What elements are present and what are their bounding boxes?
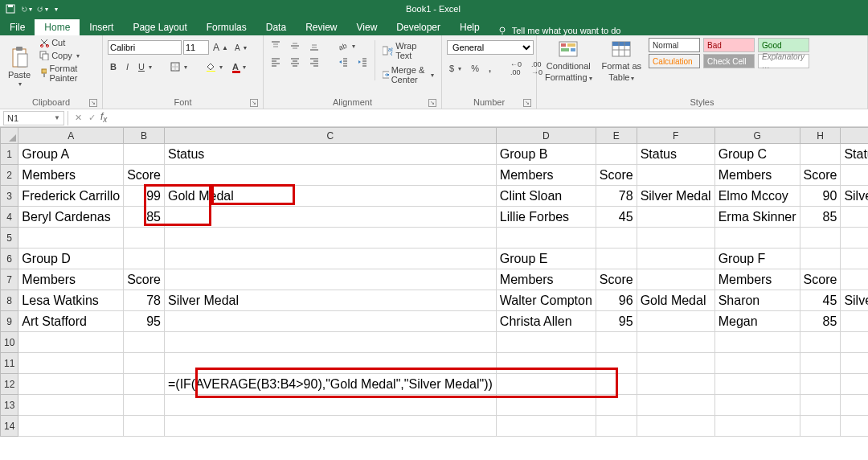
cell-A5[interactable] xyxy=(18,228,124,248)
tab-insert[interactable]: Insert xyxy=(80,19,123,35)
cell-G7[interactable]: Members xyxy=(714,269,800,290)
undo-icon[interactable]: ▾ xyxy=(21,3,32,14)
cell-F6[interactable] xyxy=(637,248,714,269)
cell-D3[interactable]: Clint Sloan xyxy=(496,186,596,207)
cell-C9[interactable] xyxy=(164,311,496,332)
name-box[interactable]: N1▼ xyxy=(3,111,64,125)
cell-D10[interactable] xyxy=(496,332,596,353)
cell-I1[interactable]: Status xyxy=(841,144,868,165)
row-header-8[interactable]: 8 xyxy=(1,290,18,311)
cell-H1[interactable] xyxy=(800,144,841,165)
cell-F12[interactable] xyxy=(637,374,714,395)
tab-developer[interactable]: Developer xyxy=(387,19,450,35)
row-header-9[interactable]: 9 xyxy=(1,311,18,332)
row-header-11[interactable]: 11 xyxy=(1,353,18,374)
cell-B1[interactable] xyxy=(124,144,165,165)
column-header-E[interactable]: E xyxy=(596,128,637,144)
cell-I14[interactable] xyxy=(841,416,868,437)
cell-A3[interactable]: Frederick Carrillo xyxy=(18,186,124,207)
cell-I6[interactable] xyxy=(841,248,868,269)
cell-B10[interactable] xyxy=(124,332,165,353)
cell-F5[interactable] xyxy=(637,228,714,248)
cell-H13[interactable] xyxy=(800,395,841,416)
cell-G10[interactable] xyxy=(714,332,800,353)
cell-I7[interactable] xyxy=(841,269,868,290)
column-header-H[interactable]: H xyxy=(800,128,841,144)
style-check-cell[interactable]: Check Cell xyxy=(703,54,755,68)
cell-G3[interactable]: Elmo Mccoy xyxy=(714,186,800,207)
row-header-12[interactable]: 12 xyxy=(1,374,18,395)
cell-G12[interactable] xyxy=(714,374,800,395)
column-header-B[interactable]: B xyxy=(124,128,165,144)
chevron-down-icon[interactable]: ▼ xyxy=(54,114,60,121)
format-painter-button[interactable]: Format Painter xyxy=(37,63,97,84)
cell-G8[interactable]: Sharon xyxy=(714,290,800,311)
cell-A12[interactable] xyxy=(18,374,124,395)
cell-E7[interactable]: Score xyxy=(596,269,637,290)
style-good[interactable]: Good xyxy=(758,38,809,52)
cell-H5[interactable] xyxy=(800,228,841,248)
cell-H8[interactable]: 45 xyxy=(800,290,841,311)
dialog-launcher-icon[interactable]: ↘ xyxy=(523,99,531,107)
column-header-F[interactable]: F xyxy=(637,128,714,144)
cell-H11[interactable] xyxy=(800,353,841,374)
enter-button[interactable]: ✓ xyxy=(88,113,96,123)
bold-button[interactable]: B xyxy=(108,61,119,72)
cell-styles-gallery[interactable]: Normal Bad Good Calculation Check Cell E… xyxy=(648,37,810,69)
align-right-button[interactable] xyxy=(307,56,321,68)
cell-D4[interactable]: Lillie Forbes xyxy=(496,207,596,228)
font-name-combo[interactable] xyxy=(108,40,182,55)
cell-E13[interactable] xyxy=(596,395,637,416)
align-bottom-button[interactable] xyxy=(307,40,321,51)
cell-I2[interactable] xyxy=(841,165,868,186)
cell-G9[interactable]: Megan xyxy=(714,311,800,332)
column-header-D[interactable]: D xyxy=(496,128,596,144)
cell-H4[interactable]: 85 xyxy=(800,207,841,228)
cell-F1[interactable]: Status xyxy=(637,144,714,165)
cell-C6[interactable] xyxy=(164,248,496,269)
align-left-button[interactable] xyxy=(268,56,283,68)
row-header-5[interactable]: 5 xyxy=(1,228,18,248)
formula-input[interactable] xyxy=(112,111,868,125)
italic-button[interactable]: I xyxy=(124,61,131,72)
tab-page-layout[interactable]: Page Layout xyxy=(123,19,196,35)
fx-icon[interactable]: fx xyxy=(100,111,107,124)
cell-C3[interactable]: Gold Medal xyxy=(164,186,496,207)
cell-A1[interactable]: Group A xyxy=(18,144,124,165)
format-as-table-button[interactable]: Format asTable▾ xyxy=(599,37,645,90)
cell-A11[interactable] xyxy=(18,353,124,374)
cell-H14[interactable] xyxy=(800,416,841,437)
cell-E2[interactable]: Score xyxy=(596,165,637,186)
accounting-format-button[interactable]: $▾ xyxy=(447,63,464,74)
cell-H10[interactable] xyxy=(800,332,841,353)
cell-F4[interactable] xyxy=(637,207,714,228)
cell-E10[interactable] xyxy=(596,332,637,353)
cell-E12[interactable] xyxy=(596,374,637,395)
cell-A9[interactable]: Art Stafford xyxy=(18,311,124,332)
cell-G14[interactable] xyxy=(714,416,800,437)
merge-center-button[interactable]: Merge & Center▾ xyxy=(380,64,436,85)
cell-B9[interactable]: 95 xyxy=(124,311,165,332)
cell-G11[interactable] xyxy=(714,353,800,374)
cell-I13[interactable] xyxy=(841,395,868,416)
cell-D13[interactable] xyxy=(496,395,596,416)
cell-B12[interactable] xyxy=(124,374,165,395)
cell-H2[interactable]: Score xyxy=(800,165,841,186)
cell-G6[interactable]: Group F xyxy=(714,248,800,269)
row-header-13[interactable]: 13 xyxy=(1,395,18,416)
fill-color-button[interactable]: ▾ xyxy=(203,61,225,72)
cell-A7[interactable]: Members xyxy=(18,269,124,290)
decrease-font-button[interactable]: A▼ xyxy=(232,43,251,53)
dialog-launcher-icon[interactable]: ↘ xyxy=(89,99,97,107)
cell-I5[interactable] xyxy=(841,228,868,248)
cell-G13[interactable] xyxy=(714,395,800,416)
cell-A4[interactable]: Beryl Cardenas xyxy=(18,207,124,228)
cell-C4[interactable] xyxy=(164,207,496,228)
cell-B7[interactable]: Score xyxy=(124,269,165,290)
decrease-indent-button[interactable] xyxy=(336,56,350,68)
cell-D1[interactable]: Group B xyxy=(496,144,596,165)
redo-icon[interactable]: ▾ xyxy=(37,3,48,14)
tab-home[interactable]: Home xyxy=(35,19,80,35)
cell-C5[interactable] xyxy=(164,228,496,248)
cell-D14[interactable] xyxy=(496,416,596,437)
